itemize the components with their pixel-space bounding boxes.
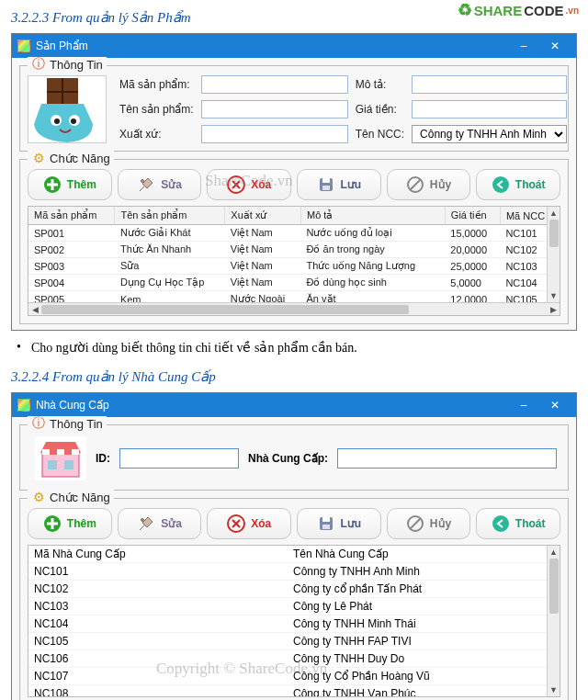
plus-icon (43, 514, 62, 533)
delete-icon (227, 175, 245, 194)
input-ncc[interactable] (337, 448, 557, 469)
list-item[interactable]: Công ty TNHH Duy Do (288, 650, 547, 668)
group-title-func: Chức Năng (50, 152, 110, 165)
huy-button[interactable]: Hủy (387, 508, 471, 539)
horizontal-scrollbar[interactable]: ◀ ▶ (28, 302, 560, 315)
recycle-icon: ♻ (458, 0, 472, 20)
scroll-down-arrow[interactable]: ▼ (548, 683, 560, 696)
vertical-scrollbar[interactable]: ▲ ▼ (547, 207, 560, 302)
sua-button[interactable]: Sửa (118, 508, 202, 539)
input-gia[interactable] (412, 100, 567, 119)
exit-icon (492, 175, 510, 194)
list-item[interactable]: Công ty cổ phần Tấn Phát (288, 581, 547, 598)
list-item[interactable]: NC103 (28, 598, 288, 615)
group-thong-tin-ncc: ⓘ Thông Tin ID: Nhà Cung Cấp: (19, 424, 569, 491)
scroll-thumb[interactable] (549, 559, 559, 614)
svg-rect-21 (48, 460, 57, 469)
thoat-button[interactable]: Thoát (476, 508, 560, 539)
list-item[interactable]: Công ty Cổ Phần Hoàng Vũ (288, 668, 547, 685)
them-button[interactable]: Thêm (28, 169, 112, 200)
input-xuat-xu[interactable] (201, 125, 348, 143)
list-item[interactable]: Công ty TNHH FAP TIVI (288, 633, 547, 650)
xoa-button[interactable]: Xóa (207, 508, 291, 539)
huy-label: Hủy (430, 178, 451, 191)
scroll-thumb-h[interactable] (41, 305, 409, 314)
close-button[interactable]: ✕ (539, 393, 571, 417)
input-mo-ta[interactable] (412, 75, 567, 94)
table-cell: Việt Nam (225, 225, 301, 242)
them-label: Thêm (67, 517, 96, 530)
app-icon (17, 40, 30, 52)
list-item[interactable]: NC104 (28, 615, 288, 633)
table-cell: 15,0000 (445, 225, 500, 242)
column-header[interactable]: Tên sản phẩm (115, 207, 225, 225)
list-item[interactable]: Công ty TNHH Minh Thái (288, 615, 547, 633)
column-header[interactable]: Xuất xứ (225, 207, 301, 225)
svg-point-6 (71, 119, 76, 124)
list-item[interactable]: NC107 (28, 668, 288, 685)
select-ten-ncc[interactable]: Cônng ty TNHH Anh Minh (412, 125, 567, 143)
window-san-pham: Sản Phẩm – ✕ ⓘ Thông Tin (11, 33, 577, 331)
list-item[interactable]: NC108 (28, 685, 288, 696)
huy-button[interactable]: Hủy (387, 169, 471, 200)
them-label: Thêm (67, 178, 96, 191)
list-item[interactable]: NC101 (28, 563, 288, 581)
scroll-left-arrow[interactable]: ◀ (28, 303, 41, 316)
info-icon: ⓘ (31, 416, 46, 431)
input-id[interactable] (119, 448, 239, 469)
table-row[interactable]: SP001Nước Giải KhátViệt NamNước uống đủ … (28, 225, 560, 242)
thoat-button[interactable]: Thoát (476, 169, 560, 200)
list-item[interactable]: NC102 (28, 581, 288, 598)
input-ma-sp[interactable] (201, 75, 348, 94)
exit-icon (492, 514, 510, 533)
group-chuc-nang: ⚙ Chức Năng Thêm Sửa Xóa Lưu Hủy (19, 159, 569, 324)
table-row[interactable]: SP002Thức Ăn NhanhViệt NamĐồ ăn trong ng… (28, 242, 560, 258)
table-cell: Ăn vặt (301, 291, 446, 303)
table-cell: Dụng Cụ Học Tập (115, 275, 225, 291)
table-cell: 12,0000 (445, 291, 500, 303)
xoa-label: Xóa (251, 178, 271, 191)
table-cell: Nước uống đủ loại (301, 225, 446, 242)
group-thong-tin: ⓘ Thông Tin Mã sản phẩm: (19, 65, 569, 152)
xoa-button[interactable]: Xóa (207, 169, 291, 200)
minimize-button[interactable]: – (508, 393, 539, 417)
minimize-button[interactable]: – (508, 34, 539, 58)
luu-label: Lưu (341, 517, 362, 530)
close-button[interactable]: ✕ (539, 34, 571, 58)
group-chuc-nang-ncc: ⚙ Chức Năng Thêm Sửa Xóa Lưu Hủy (19, 498, 569, 700)
vertical-scrollbar[interactable]: ▲ ▼ (547, 546, 560, 696)
table-cell: Nước Ngoài (225, 291, 301, 303)
scroll-thumb[interactable] (549, 220, 559, 247)
column-header[interactable]: Giá tiền (445, 207, 500, 225)
svg-point-14 (492, 176, 509, 193)
list-item[interactable]: NC105 (28, 633, 288, 650)
column-header[interactable]: Mã sản phẩm (28, 207, 115, 225)
scroll-right-arrow[interactable]: ▶ (547, 303, 560, 316)
group-title-info: Thông Tin (50, 417, 103, 431)
scroll-up-arrow[interactable]: ▲ (548, 546, 560, 559)
window-title: Sản Phẩm (36, 40, 88, 52)
group-title-info: Thông Tin (50, 58, 103, 72)
sua-button[interactable]: Sửa (118, 169, 202, 200)
list-item[interactable]: Công ty Lê Phát (288, 598, 547, 615)
xoa-label: Xóa (251, 517, 271, 530)
svg-rect-17 (50, 449, 57, 455)
them-button[interactable]: Thêm (28, 508, 112, 539)
list-item[interactable]: Công ty TNHH Vạn Phúc (288, 685, 547, 696)
thoat-label: Thoát (515, 178, 546, 191)
label-ncc: Nhà Cung Cấp: (248, 452, 328, 465)
table-row[interactable]: SP005KemNước NgoàiĂn vặt12,0000NC105 (28, 291, 560, 303)
table-row[interactable]: SP003SữaViệt NamThức uống Năng Lượng25,0… (28, 258, 560, 275)
scroll-down-arrow[interactable]: ▼ (548, 289, 560, 302)
product-image (28, 75, 107, 143)
table-row[interactable]: SP004Dụng Cụ Học TậpViệt NamĐồ dùng học … (28, 275, 560, 291)
label-mo-ta: Mô tả: (356, 78, 404, 91)
luu-button[interactable]: Lưu (297, 169, 381, 200)
column-header[interactable]: Mô tả (301, 207, 446, 225)
scroll-up-arrow[interactable]: ▲ (548, 207, 560, 220)
input-ten-sp[interactable] (201, 100, 348, 119)
list-item[interactable]: Cônng ty TNHH Anh Minh (288, 563, 547, 581)
list-item[interactable]: NC106 (28, 650, 288, 668)
table-cell: Nước Giải Khát (115, 225, 225, 242)
luu-button[interactable]: Lưu (297, 508, 381, 539)
